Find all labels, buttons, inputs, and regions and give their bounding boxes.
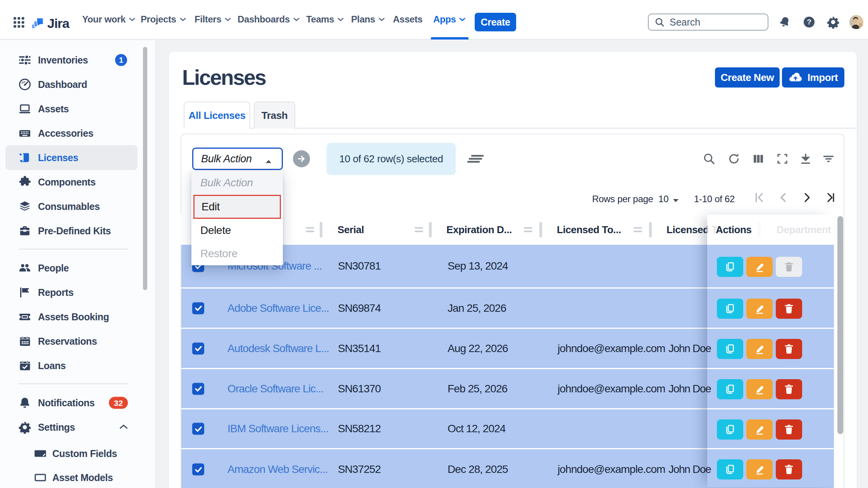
create-button[interactable]: Create: [475, 13, 516, 31]
import-button[interactable]: Import: [782, 67, 844, 88]
search-box[interactable]: [648, 14, 768, 31]
cell-serial: SN69874: [338, 302, 381, 314]
column-separator[interactable]: [539, 222, 542, 237]
sidebar-item-inventories[interactable]: Inventories1: [0, 48, 143, 72]
user-avatar[interactable]: [849, 15, 864, 31]
copy-icon: [723, 383, 737, 396]
sidebar-item-people[interactable]: People: [0, 256, 143, 280]
column-separator[interactable]: [429, 222, 432, 237]
column-separator[interactable]: [758, 222, 761, 237]
sidebar-item-asset-models[interactable]: Asset Models: [0, 466, 143, 488]
row-checkbox[interactable]: [192, 302, 204, 314]
license-name-link[interactable]: Adobe Software Lice...: [227, 302, 329, 314]
row-checkbox[interactable]: [192, 464, 204, 476]
copy-button[interactable]: [717, 299, 743, 319]
nav-item-assets[interactable]: Assets: [393, 0, 422, 39]
column-header-serial[interactable]: Serial: [338, 224, 364, 236]
tab-trash[interactable]: Trash: [254, 101, 295, 129]
column-drag-handle-icon[interactable]: [743, 225, 751, 234]
row-actions: [707, 459, 834, 479]
nav-item-dashboards[interactable]: Dashboards: [238, 0, 300, 39]
create-new-button[interactable]: Create New: [715, 67, 780, 88]
column-header-expiration[interactable]: Expiration D...: [446, 224, 512, 236]
row-actions: [707, 257, 834, 277]
sidebar-item-custom-fields[interactable]: Custom Fields: [0, 442, 143, 466]
sidebar-item-label: People: [38, 263, 69, 274]
edit-button[interactable]: [746, 299, 773, 319]
edit-button[interactable]: [746, 257, 773, 277]
license-name-link[interactable]: Oracle Software Lic...: [227, 383, 324, 395]
column-drag-handle-icon[interactable]: [634, 225, 642, 234]
trash-icon: [782, 302, 796, 315]
help-button[interactable]: ?: [802, 15, 816, 31]
column-drag-handle-icon[interactable]: [415, 225, 423, 234]
sidebar-item-assets[interactable]: Assets: [0, 97, 143, 121]
sidebar-item-dashboard[interactable]: Dashboard: [0, 72, 143, 96]
bulk-menu-item-restore[interactable]: Restore: [191, 242, 283, 265]
license-name-link[interactable]: IBM Software Licens...: [227, 423, 328, 435]
sidebar-item-assets-booking[interactable]: Assets Booking: [0, 305, 143, 329]
nav-item-filters[interactable]: Filters: [195, 0, 231, 39]
cell-licensed-to-name: John Doe: [668, 342, 711, 355]
jira-logo[interactable]: Jira: [31, 16, 69, 31]
sidebar-item-notifications[interactable]: Notifications32: [0, 391, 143, 415]
nav-item-plans[interactable]: Plans: [351, 0, 385, 39]
app-switcher-icon[interactable]: [14, 17, 24, 29]
sidebar-item-consumables[interactable]: Consumables: [0, 194, 143, 218]
column-header-licensed_to[interactable]: Licensed To...: [557, 224, 621, 236]
sidebar-item-pre-defined-kits[interactable]: Pre-Defined Kits: [0, 219, 143, 243]
delete-button[interactable]: [776, 379, 802, 399]
sidebar-item-components[interactable]: Components: [0, 170, 143, 194]
copy-button[interactable]: [717, 419, 743, 440]
sidebar-item-settings[interactable]: Settings: [0, 415, 143, 439]
bulk-menu-item-bulk-action[interactable]: Bulk Action: [191, 171, 283, 195]
column-drag-handle-icon[interactable]: [306, 225, 314, 234]
license-name-link[interactable]: Autodesk Software L...: [227, 342, 329, 355]
edit-button[interactable]: [746, 379, 773, 399]
sidebar-item-reservations[interactable]: Reservations: [0, 329, 143, 353]
column-separator[interactable]: [320, 222, 322, 237]
column-separator[interactable]: [649, 222, 652, 237]
copy-button[interactable]: [717, 459, 743, 479]
column-header-licensed_to_name[interactable]: Licensed To...: [666, 224, 731, 236]
row-checkbox[interactable]: [192, 383, 204, 395]
column-drag-handle-icon[interactable]: [524, 225, 532, 234]
column-header-department[interactable]: Department: [777, 224, 831, 236]
nav-item-teams[interactable]: Teams: [306, 0, 344, 39]
notifications-bell[interactable]: [778, 15, 792, 31]
delete-button[interactable]: [776, 339, 802, 359]
settings-gear[interactable]: [826, 15, 840, 31]
bell-icon: [18, 396, 31, 411]
sidebar-item-reports[interactable]: Reports: [0, 280, 143, 304]
license-name-link[interactable]: Amazon Web Servic...: [227, 463, 327, 476]
table-scrollbar[interactable]: [837, 216, 843, 434]
bulk-menu-item-edit[interactable]: Edit: [193, 195, 281, 219]
toolbox-icon: [18, 224, 31, 239]
tab-all-licenses[interactable]: All Licenses: [184, 101, 250, 129]
edit-button[interactable]: [746, 419, 773, 440]
sidebar-item-loans[interactable]: Loans: [0, 354, 143, 378]
delete-button[interactable]: [776, 257, 802, 277]
delete-button[interactable]: [776, 299, 802, 319]
sidebar-item-licenses[interactable]: Licenses: [0, 146, 143, 170]
copy-button[interactable]: [717, 339, 743, 359]
bulk-menu-item-delete[interactable]: Delete: [191, 219, 283, 242]
pencil-icon: [753, 423, 766, 436]
search-input[interactable]: [670, 17, 751, 28]
sidebar-scrollbar[interactable]: [143, 47, 147, 290]
nav-item-your-work[interactable]: Your work: [82, 0, 135, 39]
table-layer: Serial Expiration D... Licensed To... Li…: [181, 134, 844, 488]
delete-button[interactable]: [776, 419, 802, 440]
row-checkbox[interactable]: [192, 423, 204, 435]
sidebar-item-accessories[interactable]: Accessories: [0, 121, 143, 145]
edit-button[interactable]: [746, 339, 773, 359]
sidebar-item-label: Pre-Defined Kits: [38, 225, 111, 237]
sidebar-item-label: Custom Fields: [52, 448, 117, 459]
edit-button[interactable]: [746, 459, 773, 479]
copy-button[interactable]: [717, 257, 743, 277]
nav-item-projects[interactable]: Projects: [141, 0, 186, 39]
copy-button[interactable]: [717, 379, 743, 399]
nav-item-apps[interactable]: Apps: [433, 0, 465, 39]
delete-button[interactable]: [776, 459, 802, 479]
row-checkbox[interactable]: [192, 342, 204, 354]
